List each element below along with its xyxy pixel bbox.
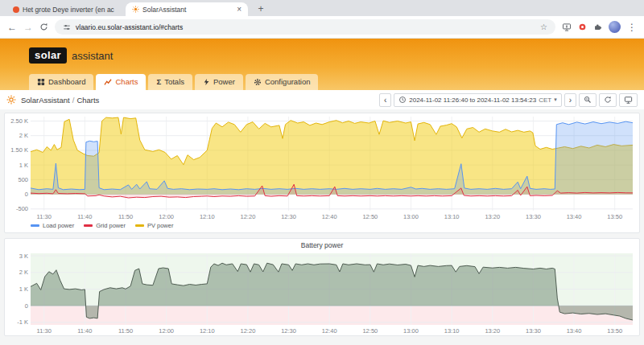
- logo-secondary: assistant: [72, 50, 113, 62]
- tab-title: Het grote Deye inverter (en ac: [23, 6, 119, 14]
- toolbar-actions: ⋮: [562, 21, 637, 33]
- svg-text:13:10: 13:10: [444, 327, 460, 335]
- browser-tab-active[interactable]: SolarAssistant ×: [126, 2, 248, 16]
- legend-label: Grid power: [96, 222, 126, 229]
- zoom-out-button[interactable]: [579, 93, 597, 107]
- svg-text:13:40: 13:40: [567, 327, 582, 335]
- svg-text:11:30: 11:30: [37, 327, 52, 335]
- breadcrumb: SolarAssistant/Charts: [21, 96, 99, 105]
- svg-text:12:20: 12:20: [241, 327, 256, 335]
- tab-power[interactable]: Power: [195, 74, 243, 90]
- svg-text:11:30: 11:30: [37, 213, 52, 220]
- legend-item-pv-power[interactable]: PV power: [135, 222, 174, 229]
- app-logo: solar assistant: [0, 39, 644, 64]
- svg-text:1.50 K: 1.50 K: [10, 146, 28, 154]
- address-bar[interactable]: vlaario.eu.solar-assistant.io/#charts ☆: [55, 19, 555, 35]
- legend-item-load-power[interactable]: Load power: [31, 222, 74, 229]
- caret-down-icon: ▾: [554, 97, 557, 103]
- svg-text:11:40: 11:40: [77, 213, 92, 220]
- logo-primary: solar: [29, 47, 67, 64]
- tab-charts[interactable]: Charts: [96, 74, 146, 90]
- site-favicon: [13, 6, 19, 13]
- battery-chart-canvas[interactable]: 11:3011:4011:5012:0012:1012:2012:3012:40…: [5, 250, 638, 335]
- legend-swatch: [31, 224, 39, 227]
- refresh-icon: [604, 96, 612, 104]
- svg-text:13:00: 13:00: [403, 327, 419, 335]
- time-controls: ‹ 2024-11-02 11:26:40 to 2024-11-02 13:5…: [379, 93, 638, 107]
- tab-dashboard[interactable]: Dashboard: [29, 74, 93, 90]
- breadcrumb-root[interactable]: SolarAssistant: [21, 96, 70, 105]
- svg-text:12:20: 12:20: [241, 213, 256, 220]
- svg-text:1 K: 1 K: [19, 285, 28, 293]
- charts-page: 11:3011:4011:5012:0012:1012:2012:3012:40…: [0, 109, 644, 345]
- zoom-out-icon: [584, 96, 592, 104]
- browser-menu-icon[interactable]: ⋮: [627, 23, 637, 32]
- browser-tab-strip: Het grote Deye inverter (en ac SolarAssi…: [0, 0, 644, 16]
- time-shift-back-button[interactable]: ‹: [379, 93, 391, 107]
- svg-text:0: 0: [25, 302, 28, 310]
- bookmark-star-icon[interactable]: ☆: [540, 23, 547, 31]
- svg-text:12:10: 12:10: [200, 327, 215, 335]
- legend-label: PV power: [147, 222, 174, 229]
- browser-tab-inactive[interactable]: Het grote Deye inverter (en ac: [6, 2, 126, 16]
- svg-text:13:50: 13:50: [607, 213, 622, 220]
- svg-text:12:00: 12:00: [159, 327, 174, 335]
- svg-text:12:10: 12:10: [200, 213, 215, 220]
- new-tab-button[interactable]: +: [254, 3, 267, 14]
- sigma-icon: Σ: [156, 77, 161, 86]
- browser-toolbar: ← → vlaario.eu.solar-assistant.io/#chart…: [0, 16, 644, 39]
- svg-text:13:20: 13:20: [485, 213, 500, 220]
- timezone-label: CET: [539, 97, 551, 104]
- legend-item-grid-power[interactable]: Grid power: [84, 222, 126, 229]
- svg-text:12:50: 12:50: [362, 213, 378, 220]
- url-text: vlaario.eu.solar-assistant.io/#charts: [76, 23, 535, 31]
- gear-icon: [254, 78, 262, 86]
- solarassistant-favicon: [132, 6, 139, 13]
- svg-text:13:20: 13:20: [485, 327, 500, 335]
- breadcrumb-current: Charts: [76, 96, 99, 105]
- svg-text:12:50: 12:50: [362, 327, 378, 335]
- power-chart-panel: 11:3011:4011:5012:0012:1012:2012:3012:40…: [4, 113, 640, 233]
- close-tab-icon[interactable]: ×: [235, 5, 242, 14]
- tab-label: Dashboard: [48, 77, 85, 86]
- app-header: solar assistant Dashboard Charts Σ Total…: [0, 39, 644, 90]
- refresh-dashboard-button[interactable]: [599, 93, 617, 107]
- extension-badge-icon[interactable]: [578, 23, 587, 31]
- svg-text:11:40: 11:40: [77, 327, 92, 335]
- svg-text:13:10: 13:10: [444, 213, 460, 220]
- svg-text:0: 0: [25, 191, 28, 198]
- svg-text:13:30: 13:30: [526, 327, 541, 335]
- svg-text:11:50: 11:50: [118, 327, 133, 335]
- install-app-icon[interactable]: [562, 23, 572, 32]
- svg-text:1 K: 1 K: [19, 162, 28, 169]
- chart-line-icon: [104, 78, 112, 86]
- battery-chart-panel: Battery power 11:3011:4011:5012:0012:101…: [4, 238, 640, 336]
- svg-text:13:50: 13:50: [607, 327, 622, 335]
- breadcrumb-separator: /: [72, 96, 75, 105]
- svg-text:12:00: 12:00: [159, 213, 174, 220]
- time-range-label: 2024-11-02 11:26:40 to 2024-11-02 13:54:…: [409, 97, 536, 104]
- svg-text:13:30: 13:30: [526, 213, 541, 220]
- tab-configuration[interactable]: Configuration: [246, 74, 319, 90]
- tab-totals[interactable]: Σ Totals: [148, 74, 192, 90]
- time-shift-forward-button[interactable]: ›: [564, 93, 576, 107]
- site-settings-icon[interactable]: [63, 23, 71, 31]
- power-chart-canvas[interactable]: 11:3011:4011:5012:0012:1012:2012:3012:40…: [5, 113, 638, 221]
- forward-icon[interactable]: →: [23, 23, 33, 32]
- tab-label: Charts: [115, 77, 138, 86]
- breadcrumb-bar: SolarAssistant/Charts ‹ 2024-11-02 11:26…: [0, 90, 644, 109]
- svg-text:-1 K: -1 K: [17, 318, 28, 326]
- svg-text:12:30: 12:30: [281, 213, 296, 220]
- extensions-puzzle-icon[interactable]: [593, 23, 602, 31]
- dashboard-grid-icon: [37, 78, 45, 86]
- kiosk-mode-button[interactable]: [619, 93, 638, 107]
- profile-avatar[interactable]: [609, 21, 621, 33]
- back-icon[interactable]: ←: [7, 23, 17, 32]
- tab-label: Configuration: [265, 77, 311, 86]
- time-range-button[interactable]: 2024-11-02 11:26:40 to 2024-11-02 13:54:…: [394, 93, 561, 107]
- monitor-icon: [624, 96, 633, 105]
- reload-icon[interactable]: [39, 23, 48, 31]
- legend-swatch: [135, 224, 144, 227]
- svg-text:13:00: 13:00: [403, 213, 419, 220]
- solarassistant-sun-icon: [6, 95, 16, 105]
